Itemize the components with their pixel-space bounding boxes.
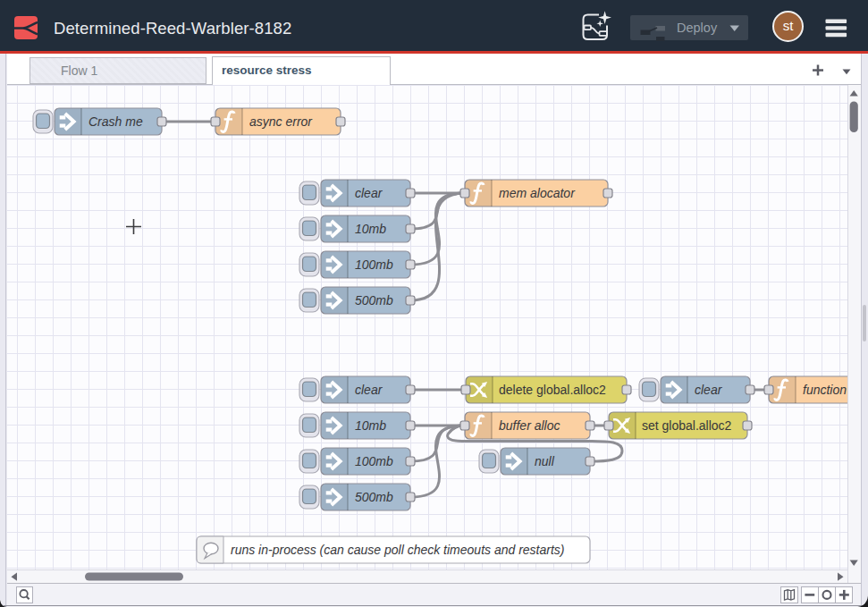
svg-text:delete global.alloc2: delete global.alloc2 [499,383,606,397]
svg-text:function: function [803,383,847,397]
svg-text:100mb: 100mb [355,257,393,272]
svg-text:null: null [535,454,555,468]
svg-text:mem alocator: mem alocator [499,186,576,200]
svg-text:10mb: 10mb [355,222,386,236]
svg-text:500mb: 500mb [355,293,393,308]
svg-text:async error: async error [249,114,313,129]
svg-text:clear: clear [355,383,383,397]
svg-text:500mb: 500mb [355,490,393,504]
svg-text:clear: clear [695,383,723,397]
svg-text:100mb: 100mb [355,454,393,468]
svg-text:buffer alloc: buffer alloc [499,418,560,433]
svg-text:set global.alloc2: set global.alloc2 [642,418,732,433]
svg-text:runs in-process (can cause pol: runs in-process (can cause poll check ti… [231,543,565,557]
svg-text:10mb: 10mb [355,418,386,433]
svg-text:clear: clear [355,186,383,200]
svg-text:Crash me: Crash me [88,114,143,129]
